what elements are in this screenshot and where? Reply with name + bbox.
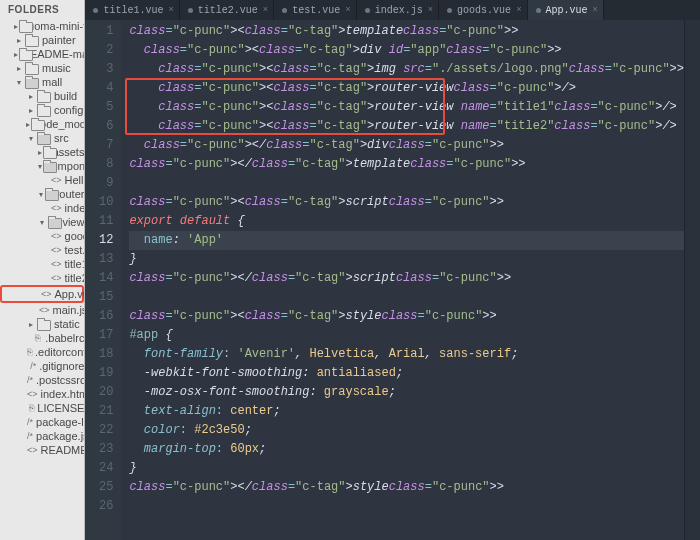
close-icon[interactable]: × (345, 5, 350, 15)
folder-icon (37, 318, 51, 330)
file-item-.gitignore[interactable]: /*.gitignore (0, 359, 84, 373)
tree-item-label: LICENSE (37, 402, 84, 414)
close-icon[interactable]: × (516, 5, 521, 15)
file-item-README.md[interactable]: <>README.md (0, 443, 84, 457)
tree-item-label: package.json (36, 430, 85, 442)
code-line[interactable]: class="c-punc"><class="c-tag">img src=".… (129, 60, 684, 79)
code-line[interactable]: -webkit-font-smoothing: antialiased; (129, 364, 684, 383)
minimap[interactable] (684, 20, 700, 540)
code-line[interactable]: class="c-punc"><class="c-tag">router-vie… (129, 98, 684, 117)
chevron-right-icon: ▸ (26, 105, 36, 115)
close-icon[interactable]: × (428, 5, 433, 15)
code-line[interactable]: class="c-punc"><class="c-tag">templatecl… (129, 22, 684, 41)
file-item-index.js[interactable]: <>index.js (0, 201, 84, 215)
code-line[interactable]: } (129, 459, 684, 478)
chevron-right-icon: ▸ (14, 63, 24, 73)
close-icon[interactable]: × (593, 5, 598, 15)
code-area[interactable]: class="c-punc"><class="c-tag">templatecl… (121, 20, 684, 540)
line-number: 8 (85, 155, 113, 174)
tab-title2.vue[interactable]: title2.vue× (180, 0, 274, 20)
line-number: 16 (85, 307, 113, 326)
code-line[interactable]: text-align: center; (129, 402, 684, 421)
folder-item-config[interactable]: ▸config (0, 103, 84, 117)
code-line[interactable] (129, 174, 684, 193)
file-item-title2.vue[interactable]: <>title2.vue (0, 271, 84, 285)
line-number: 21 (85, 402, 113, 421)
file-item-test.vue[interactable]: <>test.vue (0, 243, 84, 257)
folder-icon (37, 104, 51, 116)
line-number: 22 (85, 421, 113, 440)
tree-item-label: music (42, 62, 71, 74)
folder-icon (25, 62, 39, 74)
folder-item-assets[interactable]: ▸assets (0, 145, 84, 159)
folder-item-music[interactable]: ▸music (0, 61, 84, 75)
code-line[interactable]: #app { (129, 326, 684, 345)
tree-item-label: config (54, 104, 83, 116)
folder-item-node_modules[interactable]: ▸node_modules (0, 117, 84, 131)
folder-item-src[interactable]: ▾src (0, 131, 84, 145)
tab-App.vue[interactable]: App.vue× (528, 0, 604, 20)
tab-index.js[interactable]: index.js× (357, 0, 439, 20)
file-item-main.js[interactable]: <>main.js (0, 303, 84, 317)
folder-icon (45, 188, 53, 200)
folder-item-view[interactable]: ▾view (0, 215, 84, 229)
chevron-down-icon: ▾ (38, 161, 42, 171)
file-icon: <> (51, 175, 62, 185)
code-line[interactable] (129, 288, 684, 307)
code-line[interactable]: color: #2c3e50; (129, 421, 684, 440)
folder-item-duoma-mini-front[interactable]: ▸duoma-mini-front (0, 19, 84, 33)
code-line[interactable]: class="c-punc"></class="c-tag">divclass=… (129, 136, 684, 155)
code-line[interactable]: export default { (129, 212, 684, 231)
code-line[interactable]: class="c-punc"><class="c-tag">styleclass… (129, 307, 684, 326)
code-line[interactable]: class="c-punc"></class="c-tag">scriptcla… (129, 269, 684, 288)
file-item-index.html[interactable]: <>index.html (0, 387, 84, 401)
tab-test.vue[interactable]: test.vue× (274, 0, 356, 20)
tab-title1.vue[interactable]: title1.vue× (85, 0, 179, 20)
tree-item-label: view (62, 216, 84, 228)
code-line[interactable]: class="c-punc"></class="c-tag">templatec… (129, 155, 684, 174)
file-icon: /* (27, 375, 33, 385)
file-icon: <> (51, 245, 62, 255)
code-line[interactable]: class="c-punc"><class="c-tag">router-vie… (129, 79, 684, 98)
editor-pane: title1.vue×title2.vue×test.vue×index.js×… (85, 0, 700, 540)
file-item-HelloWorld.vue[interactable]: <>HelloWorld.vue (0, 173, 84, 187)
tree-item-label: README.md (41, 444, 86, 456)
code-line[interactable]: class="c-punc"><class="c-tag">scriptclas… (129, 193, 684, 212)
line-number: 23 (85, 440, 113, 459)
file-item-goods.vue[interactable]: <>goods.vue (0, 229, 84, 243)
code-line[interactable]: name: 'App' (129, 231, 684, 250)
code-line[interactable]: class="c-punc"><class="c-tag">router-vie… (129, 117, 684, 136)
file-icon: /* (27, 431, 33, 441)
folder-item-README-master[interactable]: ▸README-master (0, 47, 84, 61)
chevron-down-icon: ▾ (14, 77, 24, 87)
close-icon[interactable]: × (263, 5, 268, 15)
code-line[interactable]: font-family: 'Avenir', Helvetica, Arial,… (129, 345, 684, 364)
file-item-.postcssrc.js[interactable]: /*.postcssrc.js (0, 373, 84, 387)
folder-item-router[interactable]: ▾router (0, 187, 84, 201)
folder-item-mall[interactable]: ▾mall (0, 75, 84, 89)
file-item-package-lock.json[interactable]: /*package-lock.json (0, 415, 84, 429)
folder-item-static[interactable]: ▸static (0, 317, 84, 331)
close-icon[interactable]: × (168, 5, 173, 15)
file-icon: <> (27, 389, 38, 399)
file-item-.babelrc[interactable]: ⎘.babelrc (0, 331, 84, 345)
file-item-.editorconfig[interactable]: ⎘.editorconfig (0, 345, 84, 359)
file-item-LICENSE[interactable]: ⎘LICENSE (0, 401, 84, 415)
chevron-right-icon: ▸ (14, 49, 18, 59)
file-item-App.vue[interactable]: <>App.vue (0, 285, 84, 303)
folder-item-components[interactable]: ▾components (0, 159, 84, 173)
tab-goods.vue[interactable]: goods.vue× (439, 0, 527, 20)
folder-item-painter[interactable]: ▸painter (0, 33, 84, 47)
code-line[interactable] (129, 497, 684, 516)
code-line[interactable]: class="c-punc"></class="c-tag">styleclas… (129, 478, 684, 497)
file-item-title1.vue[interactable]: <>title1.vue (0, 257, 84, 271)
code-line[interactable]: -moz-osx-font-smoothing: grayscale; (129, 383, 684, 402)
code-line[interactable]: margin-top: 60px; (129, 440, 684, 459)
chevron-right-icon: ▸ (14, 35, 24, 45)
line-number: 2 (85, 41, 113, 60)
file-item-package.json[interactable]: /*package.json (0, 429, 84, 443)
code-line[interactable]: } (129, 250, 684, 269)
code-line[interactable]: class="c-punc"><class="c-tag">div id="ap… (129, 41, 684, 60)
folder-icon (25, 76, 39, 88)
folder-item-build[interactable]: ▸build (0, 89, 84, 103)
